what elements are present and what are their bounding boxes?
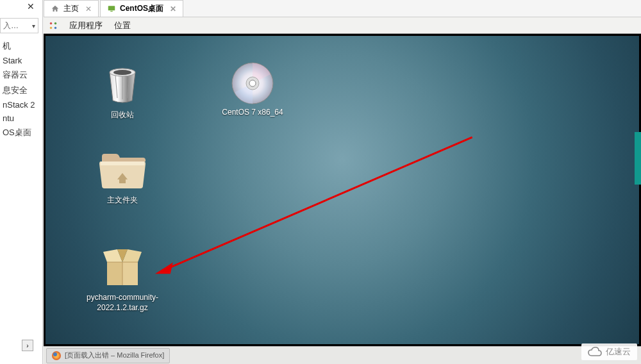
taskbar-item-firefox[interactable]: [页面载入出错 – Mozilla Firefox]: [46, 348, 170, 363]
folder-home-icon: [99, 151, 146, 191]
icon-label: CentOS 7 x86_64: [211, 107, 294, 117]
list-item[interactable]: 容器云: [0, 67, 43, 83]
tab-label: 主页: [63, 3, 79, 14]
search-placeholder: 入…: [3, 21, 19, 31]
sidebar-panel: ✕ 入… 机 Stark 容器云 息安全 nStack 2 ntu OS桌面 ›: [0, 0, 43, 364]
watermark: 亿速云: [581, 343, 637, 360]
icon-label: 主文件夹: [81, 195, 164, 205]
list-item[interactable]: 息安全: [0, 83, 43, 98]
close-icon[interactable]: ✕: [27, 1, 35, 12]
desktop-area[interactable]: 回收站 CentOS 7 x86_64 主文件夹: [44, 34, 641, 346]
task-label: [页面载入出错 – Mozilla Firefox]: [65, 351, 164, 360]
desktop-icon-disc[interactable]: CentOS 7 x86_64: [211, 63, 294, 117]
tab-home[interactable]: 主页 ✕: [44, 0, 99, 17]
search-input[interactable]: 入…: [0, 18, 38, 33]
vm-list: 机 Stark 容器云 息安全 nStack 2 ntu OS桌面: [0, 38, 43, 140]
list-item[interactable]: 机: [0, 38, 43, 54]
svg-point-3: [54, 22, 57, 24]
menu-places[interactable]: 位置: [114, 20, 131, 31]
trash-icon: [99, 66, 146, 106]
gnome-menu-bar: 应用程序 位置: [44, 17, 641, 34]
svg-point-4: [50, 26, 53, 29]
svg-rect-1: [110, 10, 113, 11]
svg-point-14: [249, 80, 256, 87]
icon-label: 回收站: [81, 110, 164, 120]
svg-point-2: [50, 22, 53, 24]
side-handle[interactable]: [635, 132, 641, 185]
desktop-icon-home-folder[interactable]: 主文件夹: [81, 151, 164, 205]
monitor-icon: [107, 4, 116, 13]
firefox-icon: [52, 351, 61, 360]
close-icon[interactable]: ✕: [85, 4, 92, 13]
home-icon: [51, 4, 60, 13]
desktop-icon-trash[interactable]: 回收站: [81, 66, 164, 120]
close-icon[interactable]: ✕: [170, 4, 176, 13]
svg-point-11: [113, 70, 131, 75]
svg-rect-0: [108, 6, 115, 10]
list-item[interactable]: ntu: [0, 112, 43, 125]
svg-line-17: [164, 137, 472, 270]
watermark-text: 亿速云: [606, 346, 631, 358]
taskbar: [页面载入出错 – Mozilla Firefox]: [44, 346, 641, 364]
tab-centos-desktop[interactable]: CentOS桌面 ✕: [100, 0, 183, 17]
nav-forward-button[interactable]: ›: [22, 340, 33, 351]
cloud-icon: [588, 347, 602, 357]
apps-icon: [49, 21, 58, 30]
tab-label: CentOS桌面: [120, 3, 163, 14]
list-item[interactable]: OS桌面: [0, 125, 43, 140]
svg-point-5: [54, 26, 57, 29]
desktop-icon-package[interactable]: pycharm-community-2022.1.2.tar.gz: [81, 249, 164, 313]
disc-icon: [229, 63, 276, 103]
list-item[interactable]: Stark: [0, 54, 43, 67]
list-item[interactable]: nStack 2: [0, 98, 43, 112]
package-icon: [99, 249, 146, 288]
chevron-right-icon: ›: [26, 342, 28, 349]
menu-applications[interactable]: 应用程序: [69, 20, 103, 31]
icon-label: pycharm-community-2022.1.2.tar.gz: [81, 292, 164, 313]
tab-bar: 主页 ✕ CentOS桌面 ✕: [44, 0, 641, 17]
